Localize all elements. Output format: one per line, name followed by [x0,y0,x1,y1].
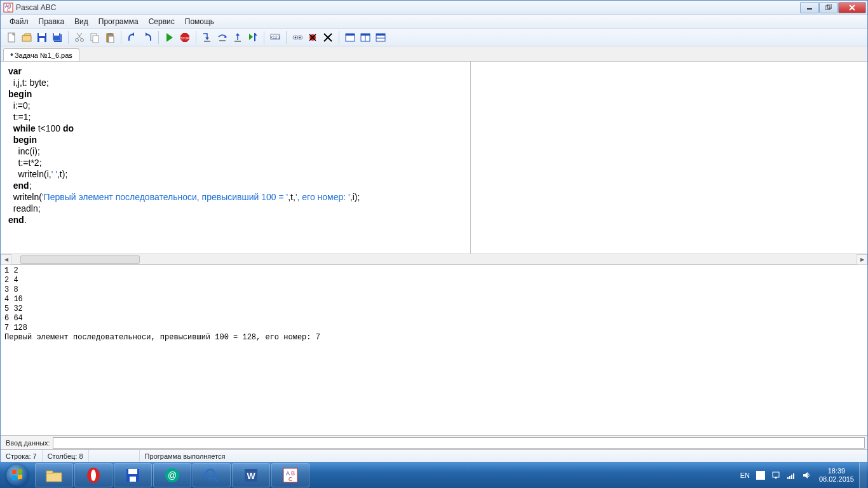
task-opera[interactable] [74,463,112,487]
win1-icon [344,32,356,43]
svg-marker-29 [146,32,148,36]
save-all-button[interactable] [50,30,64,44]
task-save[interactable] [114,463,152,487]
svg-marker-30 [166,33,173,42]
tab-label: Задача №1_6.pas [15,51,72,59]
win1-button[interactable] [343,30,357,44]
open-icon [21,32,32,43]
svg-text:W: W [247,471,255,481]
editor-hscroll[interactable]: ◀ ▶ [1,254,867,264]
scroll-track[interactable] [11,254,857,265]
svg-rect-87 [789,476,790,479]
paste-icon [104,32,116,43]
task-pascalabc[interactable]: ABC [271,463,309,487]
menu-edit[interactable]: Правка [34,16,70,27]
toolbar-separator [339,31,339,44]
toolbar: STOPx123 [1,29,867,46]
svg-rect-59 [376,34,385,36]
svg-rect-64 [18,474,22,479]
new-button[interactable] [4,30,18,44]
menu-program[interactable]: Программа [93,16,144,27]
output-pane[interactable]: 1 2 2 4 3 8 4 16 5 32 6 64 7 128 Первый … [1,265,867,435]
input-bar: Ввод данных: [1,435,867,449]
scroll-left-icon[interactable]: ◀ [1,254,11,265]
svg-rect-63 [12,475,17,480]
status-col: Столбец: 8 [43,450,89,462]
editor-area: var i,j,t: byte;begin i:=0; t:=1; while … [1,62,867,265]
window-controls [800,2,866,13]
breakpoint-button[interactable] [306,30,320,44]
titlebar: ABC Pascal ABC [1,1,867,15]
svg-rect-70 [128,469,137,474]
toolbar-separator [196,31,196,44]
menu-view[interactable]: Вид [69,16,93,27]
step-into-icon [201,32,213,43]
input-field[interactable] [53,437,865,449]
stop-button[interactable]: STOP [178,30,192,44]
task-word[interactable]: W [232,463,270,487]
tray-network-icon[interactable] [783,463,799,488]
new-icon [6,32,17,43]
save-button[interactable] [35,30,49,44]
svg-rect-82 [756,471,765,480]
menu-help[interactable]: Помощь [180,16,219,27]
step-into-button[interactable] [200,30,214,44]
tray-action-center-icon[interactable] [768,463,783,488]
open-button[interactable] [20,30,34,44]
run-button[interactable] [163,30,177,44]
stop-icon: STOP [179,32,191,43]
scroll-thumb[interactable] [20,255,140,264]
menubar: Файл Правка Вид Программа Сервис Помощь [1,15,867,29]
svg-text:x123: x123 [270,35,280,39]
window-title: Pascal ABC [16,3,800,12]
task-explorer[interactable] [35,463,73,487]
menu-file[interactable]: Файл [4,16,34,27]
maximize-button[interactable] [819,2,838,13]
run-to-cursor-button[interactable] [246,30,260,44]
undo-button[interactable] [125,30,139,44]
tray-lang[interactable]: EN [737,463,753,488]
paste-button[interactable] [103,30,117,44]
copy-button[interactable] [88,30,102,44]
status-spacer [89,450,140,462]
win3-button[interactable] [374,30,388,44]
undo-icon [126,32,138,43]
watch-button[interactable] [290,30,304,44]
status-line: Строка: 7 [1,450,43,462]
svg-rect-36 [219,40,226,41]
code-editor[interactable]: var i,j,t: byte;begin i:=0; t:=1; while … [1,62,471,264]
copy-icon [89,32,100,43]
svg-marker-39 [249,34,253,40]
start-button[interactable] [0,463,34,488]
cut-button[interactable] [72,30,86,44]
eval-button[interactable]: x123 [268,30,282,44]
svg-rect-88 [791,475,792,479]
svg-marker-37 [236,33,240,36]
win2-button[interactable] [358,30,372,44]
svg-line-22 [77,33,81,39]
step-out-button[interactable] [231,30,245,44]
delete-bp-icon [322,32,334,43]
tab-active[interactable]: • Задача №1_6.pas [3,48,79,61]
run-to-cursor-icon [247,32,259,43]
svg-rect-18 [54,33,59,36]
input-label: Ввод данных: [1,439,53,447]
svg-text:STOP: STOP [180,36,189,40]
redo-button[interactable] [140,30,154,44]
win3-icon [375,32,386,43]
svg-rect-34 [204,41,210,42]
tray-volume-icon[interactable] [799,463,814,488]
step-over-button[interactable] [215,30,229,44]
tray-clock[interactable]: 18:39 08.02.2015 [814,467,859,484]
scroll-right-icon[interactable]: ▶ [857,254,867,265]
svg-point-47 [299,36,301,38]
tray-flag-icon[interactable] [753,463,768,488]
show-desktop-button[interactable] [859,463,867,488]
tray-time: 18:39 [819,467,854,475]
menu-service[interactable]: Сервис [144,16,180,27]
close-button[interactable] [838,2,866,13]
delete-bp-button[interactable] [321,30,335,44]
task-mail[interactable]: @ [153,463,191,487]
minimize-button[interactable] [800,2,819,13]
task-magnify[interactable] [193,463,231,487]
